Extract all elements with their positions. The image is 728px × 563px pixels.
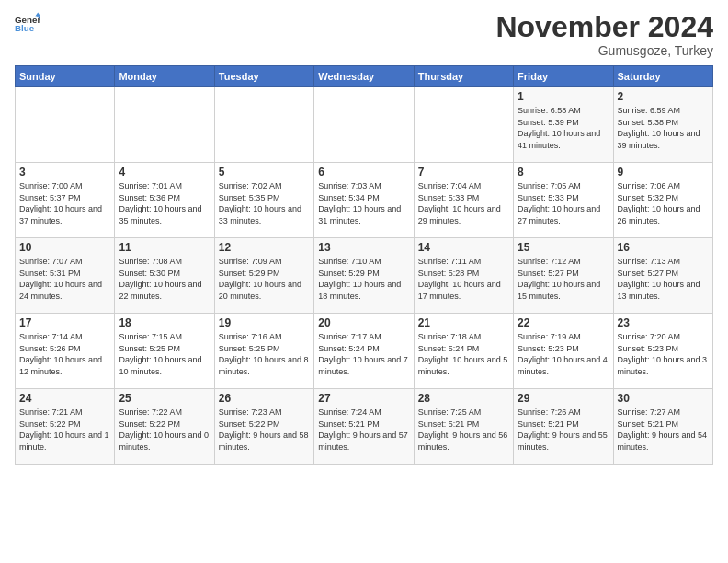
month-title: November 2024 — [495, 11, 713, 43]
day-number: 9 — [618, 166, 709, 178]
day-number: 11 — [119, 241, 210, 254]
logo: General Blue — [15, 11, 40, 37]
cell-1-0: 3Sunrise: 7:00 AMSunset: 5:37 PMDaylight… — [16, 163, 115, 238]
location-subtitle: Gumusgoze, Turkey — [495, 43, 713, 58]
header-thursday: Thursday — [414, 66, 513, 87]
svg-text:Blue: Blue — [15, 23, 35, 33]
cell-info: Sunrise: 7:13 AMSunset: 5:27 PMDaylight:… — [618, 256, 709, 302]
calendar-table: Sunday Monday Tuesday Wednesday Thursday… — [15, 65, 713, 465]
cell-1-1: 4Sunrise: 7:01 AMSunset: 5:36 PMDaylight… — [115, 163, 214, 238]
cell-0-4 — [414, 87, 513, 163]
cell-4-0: 24Sunrise: 7:21 AMSunset: 5:22 PMDayligh… — [16, 389, 115, 465]
cell-3-1: 18Sunrise: 7:15 AMSunset: 5:25 PMDayligh… — [115, 314, 214, 389]
cell-1-5: 8Sunrise: 7:05 AMSunset: 5:33 PMDaylight… — [514, 163, 613, 238]
cell-info: Sunrise: 7:01 AMSunset: 5:36 PMDaylight:… — [119, 180, 210, 226]
header-wednesday: Wednesday — [314, 66, 414, 87]
day-number: 18 — [119, 316, 210, 329]
cell-3-0: 17Sunrise: 7:14 AMSunset: 5:26 PMDayligh… — [16, 314, 115, 389]
cell-info: Sunrise: 7:11 AMSunset: 5:28 PMDaylight:… — [418, 256, 509, 302]
day-number: 1 — [518, 90, 609, 103]
cell-info: Sunrise: 7:08 AMSunset: 5:30 PMDaylight:… — [119, 256, 210, 302]
day-number: 10 — [19, 241, 110, 254]
title-block: November 2024 Gumusgoze, Turkey — [495, 11, 713, 58]
cell-0-0 — [16, 87, 115, 163]
day-number: 27 — [318, 392, 409, 405]
cell-info: Sunrise: 7:18 AMSunset: 5:24 PMDaylight:… — [418, 331, 509, 377]
day-number: 3 — [19, 166, 110, 178]
week-row-3: 10Sunrise: 7:07 AMSunset: 5:31 PMDayligh… — [16, 238, 713, 314]
day-number: 24 — [19, 392, 110, 405]
day-number: 28 — [418, 392, 509, 405]
cell-info: Sunrise: 7:26 AMSunset: 5:21 PMDaylight:… — [518, 407, 609, 453]
week-row-4: 17Sunrise: 7:14 AMSunset: 5:26 PMDayligh… — [16, 314, 713, 389]
cell-info: Sunrise: 7:00 AMSunset: 5:37 PMDaylight:… — [19, 180, 110, 226]
header-tuesday: Tuesday — [214, 66, 313, 87]
calendar-header-row: Sunday Monday Tuesday Wednesday Thursday… — [16, 66, 713, 87]
cell-4-6: 30Sunrise: 7:27 AMSunset: 5:21 PMDayligh… — [613, 389, 712, 465]
cell-info: Sunrise: 7:24 AMSunset: 5:21 PMDaylight:… — [318, 407, 409, 453]
header-saturday: Saturday — [613, 66, 712, 87]
cell-info: Sunrise: 7:20 AMSunset: 5:23 PMDaylight:… — [618, 331, 709, 377]
cell-3-5: 22Sunrise: 7:19 AMSunset: 5:23 PMDayligh… — [514, 314, 613, 389]
cell-info: Sunrise: 7:02 AMSunset: 5:35 PMDaylight:… — [219, 180, 310, 226]
cell-2-5: 15Sunrise: 7:12 AMSunset: 5:27 PMDayligh… — [514, 238, 613, 314]
day-number: 22 — [518, 316, 609, 329]
cell-2-0: 10Sunrise: 7:07 AMSunset: 5:31 PMDayligh… — [16, 238, 115, 314]
cell-info: Sunrise: 7:07 AMSunset: 5:31 PMDaylight:… — [19, 256, 110, 302]
cell-0-5: 1Sunrise: 6:58 AMSunset: 5:39 PMDaylight… — [514, 87, 613, 163]
cell-info: Sunrise: 7:15 AMSunset: 5:25 PMDaylight:… — [119, 331, 210, 377]
cell-0-3 — [314, 87, 414, 163]
cell-2-1: 11Sunrise: 7:08 AMSunset: 5:30 PMDayligh… — [115, 238, 214, 314]
cell-info: Sunrise: 7:05 AMSunset: 5:33 PMDaylight:… — [518, 180, 609, 226]
day-number: 20 — [318, 316, 409, 329]
cell-4-2: 26Sunrise: 7:23 AMSunset: 5:22 PMDayligh… — [214, 389, 313, 465]
day-number: 13 — [318, 241, 409, 254]
cell-info: Sunrise: 7:22 AMSunset: 5:22 PMDaylight:… — [119, 407, 210, 453]
day-number: 7 — [418, 166, 509, 178]
cell-2-4: 14Sunrise: 7:11 AMSunset: 5:28 PMDayligh… — [414, 238, 513, 314]
cell-info: Sunrise: 6:59 AMSunset: 5:38 PMDaylight:… — [618, 105, 709, 151]
day-number: 12 — [219, 241, 310, 254]
cell-info: Sunrise: 7:21 AMSunset: 5:22 PMDaylight:… — [19, 407, 110, 453]
cell-3-4: 21Sunrise: 7:18 AMSunset: 5:24 PMDayligh… — [414, 314, 513, 389]
cell-4-3: 27Sunrise: 7:24 AMSunset: 5:21 PMDayligh… — [314, 389, 414, 465]
day-number: 17 — [19, 316, 110, 329]
cell-4-1: 25Sunrise: 7:22 AMSunset: 5:22 PMDayligh… — [115, 389, 214, 465]
header-sunday: Sunday — [16, 66, 115, 87]
day-number: 15 — [518, 241, 609, 254]
cell-1-4: 7Sunrise: 7:04 AMSunset: 5:33 PMDaylight… — [414, 163, 513, 238]
day-number: 2 — [618, 90, 709, 103]
cell-info: Sunrise: 7:06 AMSunset: 5:32 PMDaylight:… — [618, 180, 709, 226]
header-monday: Monday — [115, 66, 214, 87]
header-friday: Friday — [514, 66, 613, 87]
cell-0-6: 2Sunrise: 6:59 AMSunset: 5:38 PMDaylight… — [613, 87, 712, 163]
cell-info: Sunrise: 7:27 AMSunset: 5:21 PMDaylight:… — [618, 407, 709, 453]
cell-0-2 — [214, 87, 313, 163]
cell-info: Sunrise: 7:19 AMSunset: 5:23 PMDaylight:… — [518, 331, 609, 377]
day-number: 23 — [618, 316, 709, 329]
cell-4-4: 28Sunrise: 7:25 AMSunset: 5:21 PMDayligh… — [414, 389, 513, 465]
header: General Blue November 2024 Gumusgoze, Tu… — [15, 11, 713, 58]
cell-info: Sunrise: 7:17 AMSunset: 5:24 PMDaylight:… — [318, 331, 409, 377]
day-number: 5 — [219, 166, 310, 178]
cell-info: Sunrise: 6:58 AMSunset: 5:39 PMDaylight:… — [518, 105, 609, 151]
day-number: 4 — [119, 166, 210, 178]
day-number: 29 — [518, 392, 609, 405]
cell-info: Sunrise: 7:23 AMSunset: 5:22 PMDaylight:… — [219, 407, 310, 453]
week-row-2: 3Sunrise: 7:00 AMSunset: 5:37 PMDaylight… — [16, 163, 713, 238]
week-row-5: 24Sunrise: 7:21 AMSunset: 5:22 PMDayligh… — [16, 389, 713, 465]
cell-info: Sunrise: 7:04 AMSunset: 5:33 PMDaylight:… — [418, 180, 509, 226]
cell-info: Sunrise: 7:09 AMSunset: 5:29 PMDaylight:… — [219, 256, 310, 302]
cell-2-2: 12Sunrise: 7:09 AMSunset: 5:29 PMDayligh… — [214, 238, 313, 314]
cell-info: Sunrise: 7:16 AMSunset: 5:25 PMDaylight:… — [219, 331, 310, 377]
cell-1-3: 6Sunrise: 7:03 AMSunset: 5:34 PMDaylight… — [314, 163, 414, 238]
cell-3-3: 20Sunrise: 7:17 AMSunset: 5:24 PMDayligh… — [314, 314, 414, 389]
cell-3-6: 23Sunrise: 7:20 AMSunset: 5:23 PMDayligh… — [613, 314, 712, 389]
day-number: 8 — [518, 166, 609, 178]
cell-info: Sunrise: 7:14 AMSunset: 5:26 PMDaylight:… — [19, 331, 110, 377]
day-number: 26 — [219, 392, 310, 405]
cell-info: Sunrise: 7:03 AMSunset: 5:34 PMDaylight:… — [318, 180, 409, 226]
cell-2-3: 13Sunrise: 7:10 AMSunset: 5:29 PMDayligh… — [314, 238, 414, 314]
day-number: 6 — [318, 166, 409, 178]
day-number: 25 — [119, 392, 210, 405]
